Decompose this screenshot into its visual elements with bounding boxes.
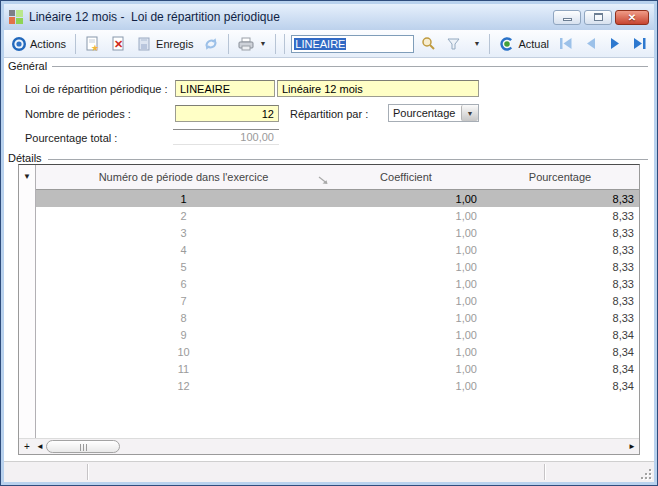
column-header-percentage[interactable]: Pourcentage [481, 171, 639, 183]
table-row[interactable]: 11 1,00 8,34 [36, 360, 639, 377]
law-name-field[interactable] [277, 80, 479, 97]
scrollbar-thumb[interactable] [46, 440, 120, 453]
minimize-icon [563, 18, 572, 21]
cell-period: 10 [36, 346, 331, 358]
scroll-left-icon[interactable]: ◄ [34, 440, 46, 454]
save-icon [137, 36, 153, 52]
cell-percentage: 8,34 [481, 329, 639, 341]
cell-percentage: 8,33 [481, 227, 639, 239]
repartition-label: Répartition par : [290, 106, 368, 123]
toolbar-separator [284, 34, 285, 54]
resize-grip[interactable] [639, 467, 651, 479]
status-panel-1 [4, 464, 88, 480]
cell-period: 1 [36, 193, 331, 205]
total-label: Pourcentage total : [25, 130, 117, 147]
toolbar-separator [275, 34, 276, 54]
nav-first-button[interactable] [556, 36, 577, 51]
nav-next-icon [608, 37, 622, 50]
refresh-actual-button[interactable]: Actual [496, 35, 552, 53]
actualize-icon [499, 36, 515, 52]
filter-funnel-icon [446, 37, 461, 51]
chevron-down-icon[interactable]: ▼ [461, 105, 478, 121]
table-body: 1 1,00 8,33 2 1,00 8,33 3 1,00 8,33 4 1,… [36, 190, 639, 438]
print-button[interactable]: ▼ [235, 35, 269, 53]
cell-coefficient: 1,00 [331, 380, 481, 392]
table-row[interactable]: 3 1,00 8,33 [36, 224, 639, 241]
cell-coefficient: 1,00 [331, 346, 481, 358]
periods-field[interactable] [175, 105, 279, 122]
cell-coefficient: 1,00 [331, 244, 481, 256]
app-icon [9, 10, 23, 24]
delete-icon: ✕ [111, 36, 127, 52]
table-row[interactable]: 2 1,00 8,33 [36, 207, 639, 224]
cell-coefficient: 1,00 [331, 363, 481, 375]
cell-period: 2 [36, 210, 331, 222]
save-label: Enregis [156, 38, 193, 50]
filter-dropdown-button[interactable]: ▼ [468, 39, 483, 48]
table-row[interactable]: 12 1,00 8,34 [36, 377, 639, 394]
status-bar [4, 461, 654, 482]
general-section-line [52, 66, 648, 67]
toolbar-separator [489, 34, 490, 54]
minimize-button[interactable] [553, 10, 581, 25]
delete-button[interactable]: ✕ [108, 35, 130, 53]
nav-previous-button[interactable] [581, 36, 601, 51]
cell-period: 4 [36, 244, 331, 256]
cell-percentage: 8,33 [481, 312, 639, 324]
nav-last-icon [632, 37, 647, 50]
cell-coefficient: 1,00 [331, 329, 481, 341]
toolbar: Actions ★ ✕ Enregis ▼ LINEAIRE [4, 30, 654, 58]
row-selector-column[interactable]: ▼ [19, 165, 36, 438]
actions-button[interactable]: Actions [8, 35, 69, 53]
cell-period: 5 [36, 261, 331, 273]
table-row[interactable]: 8 1,00 8,33 [36, 309, 639, 326]
cell-coefficient: 1,00 [331, 278, 481, 290]
law-code-field[interactable] [175, 80, 275, 97]
close-button[interactable]: ✕ [615, 10, 649, 25]
total-field: 100,00 [173, 129, 279, 145]
cell-coefficient: 1,00 [331, 193, 481, 205]
cell-period: 9 [36, 329, 331, 341]
magnifier-icon [421, 36, 436, 51]
cell-period: 11 [36, 363, 331, 375]
table-row[interactable]: 6 1,00 8,33 [36, 275, 639, 292]
form-client-area: Général Loi de répartition périodique : … [4, 58, 654, 461]
table-header: Numéro de période dans l'exercice Coeffi… [36, 165, 639, 190]
search-button[interactable] [418, 35, 439, 52]
cell-percentage: 8,33 [481, 244, 639, 256]
repartition-select[interactable]: Pourcentage ▼ [388, 104, 479, 122]
maximize-button[interactable] [584, 10, 612, 25]
scroll-right-icon[interactable]: ► [626, 440, 638, 454]
table-row[interactable]: 4 1,00 8,33 [36, 241, 639, 258]
add-row-button[interactable]: + [20, 440, 34, 454]
column-header-period[interactable]: Numéro de période dans l'exercice [36, 171, 331, 183]
cell-period: 7 [36, 295, 331, 307]
nav-first-icon [559, 37, 574, 50]
grid-menu-icon[interactable]: ▼ [23, 172, 31, 181]
search-input[interactable]: LINEAIRE [291, 35, 414, 53]
table-row[interactable]: 1 1,00 8,33 [36, 190, 639, 207]
svg-text:★: ★ [91, 43, 99, 52]
refresh-button[interactable] [200, 35, 222, 53]
table-row[interactable]: 9 1,00 8,34 [36, 326, 639, 343]
table-row[interactable]: 7 1,00 8,33 [36, 292, 639, 309]
table-row[interactable]: 5 1,00 8,33 [36, 258, 639, 275]
actualize-label: Actual [518, 38, 549, 50]
repartition-value: Pourcentage [389, 107, 461, 119]
cell-period: 3 [36, 227, 331, 239]
horizontal-scrollbar[interactable]: + ◄ ► [19, 438, 639, 454]
new-button[interactable]: ★ [82, 35, 104, 53]
nav-last-button[interactable] [629, 36, 650, 51]
maximize-icon [594, 13, 603, 21]
svg-text:✕: ✕ [114, 38, 123, 50]
cell-coefficient: 1,00 [331, 295, 481, 307]
cell-period: 8 [36, 312, 331, 324]
column-header-coefficient[interactable]: Coefficient [331, 171, 481, 183]
cell-percentage: 8,34 [481, 363, 639, 375]
details-section-label: Détails [8, 152, 42, 164]
filter-button[interactable] [443, 36, 464, 52]
print-dropdown-icon[interactable]: ▼ [259, 40, 266, 47]
table-row[interactable]: 10 1,00 8,34 [36, 343, 639, 360]
nav-next-button[interactable] [605, 36, 625, 51]
save-button[interactable]: Enregis [134, 35, 196, 53]
